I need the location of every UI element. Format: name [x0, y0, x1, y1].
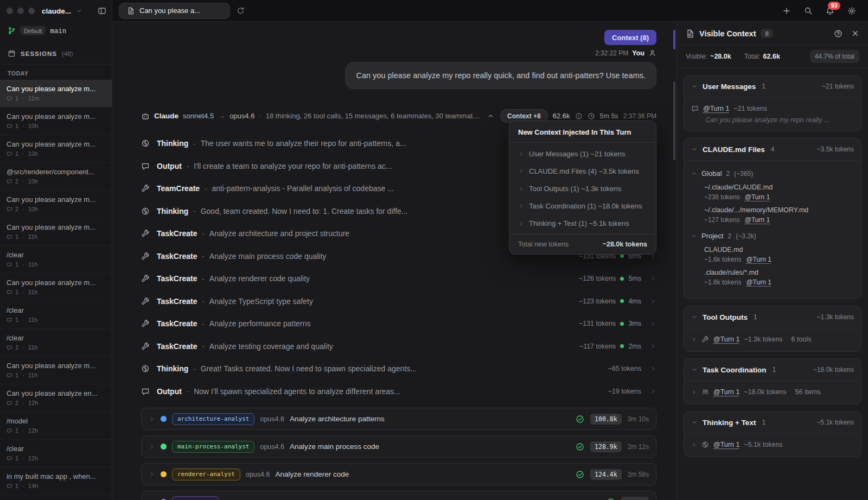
- chevron-right-icon[interactable]: [149, 471, 155, 478]
- turn-link[interactable]: @Turn 1: [746, 279, 771, 286]
- turn-link[interactable]: @Turn 1: [745, 216, 770, 224]
- session-time: 11h: [28, 317, 38, 323]
- agent-card-main-process-analyst[interactable]: main-process-analyst opus4.6 Analyze mai…: [141, 435, 656, 458]
- message-count: 1: [15, 427, 18, 434]
- dot: ·: [22, 206, 24, 212]
- gear-icon[interactable]: [847, 7, 856, 15]
- context-button[interactable]: Context (8): [604, 30, 656, 45]
- search-icon[interactable]: [804, 7, 813, 15]
- turn-entry[interactable]: @Turn 1 ~5.1k tokens: [691, 440, 854, 450]
- list-item[interactable]: @src/renderer/component... 2·10h: [0, 163, 112, 191]
- chevron-down-icon[interactable]: [76, 8, 82, 14]
- list-item[interactable]: in my built mac app , when... 1·14h: [0, 467, 112, 495]
- turn-link[interactable]: @Turn 1: [746, 256, 771, 263]
- chevron-right-icon[interactable]: [650, 320, 656, 327]
- sidebar-toggle-icon[interactable]: [98, 7, 106, 15]
- duration: 4ms: [628, 298, 641, 305]
- chevron-down-icon: [691, 170, 697, 176]
- chevron-right-icon[interactable]: [149, 416, 155, 422]
- notification-count-badge: 93: [828, 2, 840, 10]
- tool-row-taskcreate[interactable]: TaskCreate - Analyze testing coverage an…: [141, 335, 656, 358]
- tool-row-taskcreate[interactable]: TaskCreate - Analyze performance pattern…: [141, 312, 656, 335]
- list-item[interactable]: Can you please analyze m... 1·11h: [0, 357, 112, 384]
- tool-name: TaskCreate: [157, 274, 197, 283]
- turn-entry[interactable]: @Turn 1 ~1.3k tokens 6 tools: [691, 334, 854, 344]
- session-time: 11h: [28, 344, 38, 351]
- turn-link[interactable]: @Turn 1: [713, 336, 739, 343]
- turn-link[interactable]: @Turn 1: [713, 441, 739, 448]
- zoom-window-button[interactable]: [28, 8, 35, 14]
- section-header[interactable]: CLAUDE.md Files 4 ~3.5k tokens: [684, 138, 861, 161]
- user-message-time: 2:32:22 PM: [595, 49, 628, 57]
- list-item[interactable]: Can you please analyze m... 2·10h: [0, 191, 112, 218]
- list-item[interactable]: Can you please analyze m... 1·10h: [0, 107, 112, 135]
- chevron-right-icon[interactable]: [149, 444, 155, 450]
- group-tokens: (~3.2k): [736, 232, 756, 240]
- tool-row-taskcreate[interactable]: TaskCreate - Analyze TypeScript type saf…: [141, 290, 656, 313]
- tool-row-output[interactable]: Output - Now I'll spawn specialized agen…: [141, 380, 656, 403]
- list-item[interactable]: Can you please analyze en... 2·12h: [0, 384, 112, 412]
- list-item[interactable]: /clear 1·11h: [0, 246, 112, 274]
- message-preview: Can you please analyze my repo really ..…: [705, 116, 854, 124]
- group-global[interactable]: Global 2 (~365): [691, 167, 854, 180]
- section-thinking-text: Thinking + Text 1 ~5.1k tokens @Turn 1 ~…: [684, 411, 861, 457]
- branch-row[interactable]: Default main: [0, 22, 112, 41]
- agent-name-badge: renderer-analyst: [172, 469, 240, 480]
- session-time: 12h: [28, 455, 38, 461]
- chevron-right-icon[interactable]: [650, 298, 656, 305]
- turn-link[interactable]: @Turn 1: [703, 105, 729, 112]
- list-item[interactable]: /clear 1·11h: [0, 329, 112, 357]
- refresh-icon[interactable]: [237, 7, 245, 15]
- list-item[interactable]: /model 1·12h: [0, 412, 112, 440]
- close-icon[interactable]: [851, 29, 859, 38]
- group-project[interactable]: Project 2 (~3.2k): [691, 229, 854, 242]
- section-header[interactable]: Tool Outputs 1 ~1.3k tokens: [684, 306, 861, 328]
- turn-link[interactable]: @Turn 1: [745, 193, 770, 201]
- list-item[interactable]: Can you please analyze m... 1·10h: [0, 135, 112, 163]
- list-item[interactable]: Can you please analyze m... 1·11h: [0, 274, 112, 301]
- chevron-right-icon[interactable]: [650, 275, 656, 282]
- chat-bubble-icon: [7, 179, 12, 185]
- tool-row-taskcreate[interactable]: TaskCreate - Analyze renderer code quali…: [141, 267, 656, 290]
- agent-card-architecture-analyst[interactable]: architecture-analyst opus4.6 Analyze arc…: [141, 408, 656, 430]
- panel-count-badge: 8: [761, 29, 773, 38]
- list-item[interactable]: Can you please analyze m... 1·11m: [0, 80, 112, 107]
- info-icon[interactable]: [575, 112, 583, 120]
- dot: ·: [22, 233, 24, 240]
- dropdown-item-thinking-text[interactable]: Thinking + Text (1) ~5.1k tokens: [509, 214, 656, 232]
- session-time: 12h: [28, 400, 38, 406]
- section-header[interactable]: Task Coordination 1 ~18.0k tokens: [684, 359, 861, 381]
- agent-card-partial[interactable]: [141, 491, 656, 500]
- list-item[interactable]: Can you please analyze m... 1·11h: [0, 218, 112, 246]
- assistant-name: Claude: [154, 112, 178, 120]
- list-item[interactable]: /clear 1·12h: [0, 440, 112, 467]
- dot: ·: [22, 372, 24, 378]
- check-circle-icon: [576, 415, 584, 423]
- new-session-button[interactable]: [782, 7, 791, 15]
- chevron-right-icon[interactable]: [650, 388, 656, 395]
- chevron-right-icon[interactable]: [650, 365, 656, 372]
- chevron-up-icon[interactable]: [487, 112, 494, 119]
- dropdown-item-tool-outputs[interactable]: Tool Outputs (1) ~1.3k tokens: [509, 180, 656, 197]
- notifications-bell-icon[interactable]: 93: [826, 7, 834, 15]
- section-header[interactable]: Thinking + Text 1 ~5.1k tokens: [684, 412, 861, 434]
- turn-link[interactable]: @Turn 1: [713, 388, 739, 396]
- tab-current-session[interactable]: Can you please a...: [119, 3, 230, 19]
- close-window-button[interactable]: [7, 8, 13, 14]
- session-title: Can you please analyze m...: [7, 195, 105, 204]
- dropdown-item-claude-md-files[interactable]: CLAUDE.md Files (4) ~3.5k tokens: [509, 162, 656, 180]
- tool-name: TaskCreate: [157, 319, 197, 328]
- sessions-header[interactable]: SESSIONS (48): [0, 41, 112, 64]
- turn-entry[interactable]: @Turn 1 ~18.0k tokens 56 items: [691, 387, 854, 397]
- section-header[interactable]: User Messages 1 ~21 tokens: [684, 75, 861, 98]
- tool-row-thinking[interactable]: Thinking - Great! Tasks created. Now I n…: [141, 357, 656, 380]
- help-icon[interactable]: [834, 29, 843, 38]
- list-item[interactable]: /clear 1·11h: [0, 301, 112, 329]
- dropdown-item-user-messages[interactable]: User Messages (1) ~21 tokens: [509, 145, 656, 162]
- robot-icon: [141, 112, 150, 121]
- minimize-window-button[interactable]: [17, 8, 24, 14]
- chevron-right-icon[interactable]: [650, 343, 656, 350]
- scrollbar[interactable]: [673, 81, 675, 160]
- agent-card-renderer-analyst[interactable]: renderer-analyst opus4.6 Analyze rendere…: [141, 463, 656, 485]
- dropdown-item-task-coordination[interactable]: Task Coordination (1) ~18.0k tokens: [509, 197, 656, 214]
